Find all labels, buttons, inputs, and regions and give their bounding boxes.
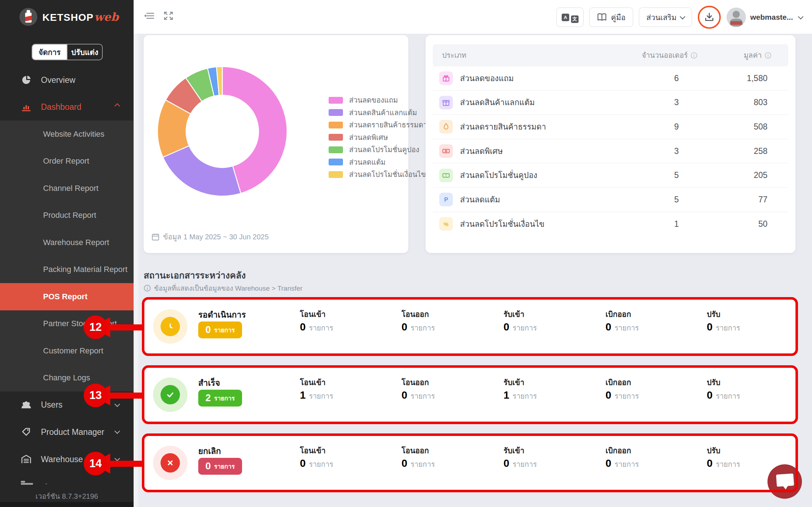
column-orders: จำนวนออเดอร์ (642, 44, 697, 66)
status-badge: 0รายการ (198, 458, 242, 475)
sidebar-item-label: Overview (41, 75, 75, 85)
legend-item: ส่วนลดพิเศษ (329, 131, 427, 144)
orders-count: 5 (674, 170, 679, 180)
discount-table-card: ประเภท จำนวนออเดอร์ มูลค่า ส่วนลดของแถม … (426, 35, 795, 253)
sidebar-item-pos-report-active[interactable]: POS Report (0, 283, 134, 310)
sidebar-scrollbar[interactable] (134, 34, 138, 507)
info-icon (144, 285, 151, 292)
table-row[interactable]: ส่วนลดโปรโมชั่นคูปอง 5 205 (433, 163, 788, 188)
collapse-sidebar-icon[interactable] (144, 11, 154, 21)
banknote-icon (439, 144, 453, 158)
avatar (727, 8, 746, 27)
mode-customize-button[interactable]: ปรับแต่ง (67, 44, 102, 60)
addons-button-label: ส่วนเสริม (646, 11, 677, 23)
sidebar-item-product-manager[interactable]: Product Manager (0, 418, 134, 446)
donut-slice (163, 146, 241, 196)
sidebar-nav: Overview Dashboard Website Activities Or… (0, 68, 134, 494)
gift-icon (439, 71, 453, 85)
manual-button[interactable]: คู่มือ (589, 8, 633, 27)
sidebar-item-packing-material-report[interactable]: Packing Material Report (0, 256, 134, 283)
discount-donut-chart (153, 62, 292, 201)
sidebar-item-change-logs[interactable]: Change Logs (0, 365, 134, 392)
sidebar-item-channel-report[interactable]: Channel Report (0, 175, 134, 202)
chevron-down-icon (115, 456, 120, 461)
legend-swatch (329, 159, 343, 165)
translate-icon: A (562, 14, 569, 21)
chat-bubble-icon (776, 473, 794, 487)
status-title: สำเร็จ (198, 376, 220, 389)
legend-item: ส่วนลดโปรโมชั่นเงื่อนไข (329, 168, 427, 181)
sidebar-item-order-report[interactable]: Order Report (0, 148, 134, 175)
fullscreen-icon[interactable] (163, 11, 174, 21)
truncated-menu-icon (21, 483, 33, 485)
sidebar-item-customer-report[interactable]: Customer Report (0, 337, 134, 365)
sidebar-item-partner-stock-report[interactable]: Partner Stock Report (0, 310, 134, 338)
legend-item: ส่วนลดสินค้าแลกแต้ม (329, 107, 427, 119)
sidebar-item-label: - (45, 480, 47, 487)
status-card-cancelled: ยกเลิก 0รายการ โอนเข้า0รายการ โอนออก0ราย… (144, 436, 795, 490)
legend-swatch (329, 97, 343, 104)
translate-button[interactable]: A 文 (556, 8, 584, 27)
legend-item: ส่วนลดแต้ม (329, 156, 427, 169)
table-row[interactable]: % ส่วนลดโปรโมชั่นเงื่อนไข 1 50 (433, 212, 788, 236)
chat-widget-button[interactable] (767, 464, 802, 499)
book-icon (597, 13, 607, 22)
status-card-success: สำเร็จ 2รายการ โอนเข้า1รายการ โอนออก0ราย… (144, 368, 795, 422)
status-badge: 0รายการ (198, 321, 242, 338)
data-date-range: ข้อมูล 1 May 2025 ~ 30 Jun 2025 (152, 231, 269, 243)
annotation-number: 14 (84, 452, 107, 475)
sidebar-item-warehouse[interactable]: Warehouse (0, 446, 134, 473)
table-body: ส่วนลดของแถม 6 1,580 ส่วนลดสินค้าแลกแต้ม… (433, 66, 788, 236)
point-p-icon: P (439, 193, 453, 206)
table-row[interactable]: ส่วนลดรายสินค้าธรรมดา 9 508 (433, 115, 788, 139)
username: webmaste... (750, 13, 793, 22)
sidebar-item-label: Warehouse (41, 455, 83, 464)
table-row[interactable]: ส่วนลดพิเศษ 3 258 (433, 139, 788, 164)
table-row[interactable]: ส่วนลดสินค้าแลกแต้ม 3 803 (433, 91, 788, 115)
sidebar-item-product-report[interactable]: Product Report (0, 202, 134, 229)
clock-icon (161, 317, 180, 336)
info-icon[interactable] (691, 52, 697, 59)
discount-value: 803 (754, 98, 767, 107)
reward-box-icon (439, 96, 453, 109)
transfer-section-title: สถานะเอกสารระหว่างคลัง (144, 268, 246, 282)
discount-donut-card: ส่วนลดของแถม ส่วนลดสินค้าแลกแต้ม ส่วนลดร… (144, 35, 408, 253)
download-icon[interactable] (704, 12, 714, 22)
chevron-up-icon (115, 103, 120, 109)
sidebar-item-warehouse-report[interactable]: Warehouse Report (0, 229, 134, 256)
percent-icon: % (439, 217, 453, 231)
brand-logo[interactable]: KETSHOPweb (19, 8, 119, 26)
orders-count: 5 (674, 195, 679, 205)
user-menu[interactable]: webmaste... (727, 8, 803, 27)
sidebar-item-overview[interactable]: Overview (0, 68, 134, 92)
discount-value: 77 (758, 195, 767, 205)
sidebar-item-label: Dashboard (41, 102, 82, 112)
legend-swatch (329, 109, 343, 116)
chevron-down-icon (680, 14, 686, 19)
tag-icon (21, 427, 32, 437)
orders-count: 3 (674, 146, 679, 156)
discount-value: 1,580 (747, 74, 767, 83)
table-row[interactable]: P ส่วนลดแต้ม 5 77 (433, 188, 788, 212)
sidebar-item-label: Users (41, 400, 62, 410)
check-icon (161, 385, 180, 404)
sidebar-item-dashboard[interactable]: Dashboard (0, 95, 134, 119)
info-icon[interactable] (765, 52, 771, 59)
annotation-number: 12 (84, 315, 107, 339)
top-header: A 文 คู่มือ ส่วนเสริม (134, 0, 812, 34)
sidebar-item-website-activities[interactable]: Website Activities (0, 121, 134, 148)
ketchup-bottle-icon (19, 8, 37, 26)
status-card-pending: รอดำเนินการ 0รายการ โอนเข้า0รายการ โอนออ… (144, 300, 795, 353)
column-type: ประเภท (442, 44, 466, 66)
discount-value: 205 (754, 170, 767, 180)
discount-value: 508 (754, 122, 767, 132)
chevron-down-icon (798, 14, 804, 19)
manual-button-label: คู่มือ (611, 11, 626, 23)
svg-text:P: P (444, 197, 448, 203)
chevron-down-icon (115, 428, 120, 434)
addons-button[interactable]: ส่วนเสริม (639, 8, 692, 27)
table-row[interactable]: ส่วนลดของแถม 6 1,580 (433, 66, 788, 91)
mode-manage-button[interactable]: จัดการ (32, 44, 67, 60)
table-header: ประเภท จำนวนออเดอร์ มูลค่า (433, 44, 788, 66)
brand-name: KETSHOP (42, 12, 93, 23)
